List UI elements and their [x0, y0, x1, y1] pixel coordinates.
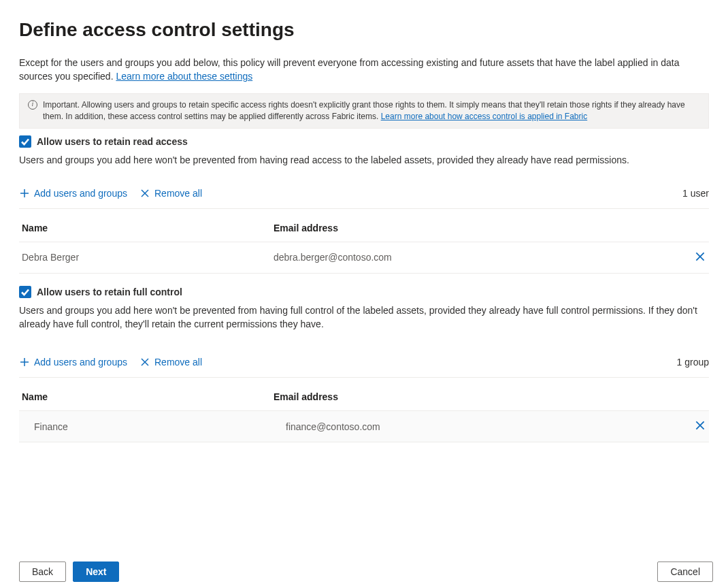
cancel-button[interactable]: Cancel [657, 561, 713, 582]
close-icon [139, 357, 150, 368]
close-icon [694, 250, 706, 263]
read-remove-all-button[interactable]: Remove all [139, 186, 202, 200]
full-count: 1 group [677, 357, 709, 368]
read-add-users-button[interactable]: Add users and groups [19, 186, 127, 200]
plus-icon [19, 357, 30, 368]
read-row-email: debra.berger@contoso.com [274, 252, 679, 263]
info-text: Important. Allowing users and groups to … [43, 99, 700, 123]
read-row-remove-button[interactable] [694, 250, 706, 263]
full-toolbar: Add users and groups Remove all 1 group [19, 355, 709, 378]
learn-more-fabric-link[interactable]: Learn more about how access control is a… [381, 112, 588, 121]
full-row-remove-button[interactable] [694, 419, 706, 432]
footer: Back Next Cancel [19, 561, 713, 582]
plus-icon [19, 188, 30, 199]
read-add-label: Add users and groups [34, 188, 127, 199]
read-row-name: Debra Berger [22, 252, 274, 263]
full-remove-all-label: Remove all [154, 357, 202, 368]
close-icon [139, 188, 150, 199]
checkmark-icon [20, 287, 31, 297]
full-row-email: finance@contoso.com [274, 421, 679, 432]
read-access-checkbox-label: Allow users to retain read access [37, 136, 188, 147]
info-icon: i [28, 100, 37, 110]
read-col-name: Name [22, 223, 274, 233]
full-control-checkbox-label: Allow users to retain full control [37, 287, 182, 297]
close-icon [694, 419, 706, 432]
full-control-description: Users and groups you add here won't be p… [19, 304, 709, 331]
full-col-name: Name [22, 391, 274, 402]
full-row-name: Finance [22, 421, 274, 432]
info-important-label: Important. [43, 100, 80, 110]
back-button[interactable]: Back [19, 561, 66, 582]
read-remove-all-label: Remove all [154, 188, 202, 199]
read-access-description: Users and groups you add here won't be p… [19, 153, 709, 167]
read-count: 1 user [682, 188, 709, 199]
read-toolbar: Add users and groups Remove all 1 user [19, 186, 709, 209]
learn-more-settings-link[interactable]: Learn more about these settings [116, 71, 252, 82]
full-remove-all-button[interactable]: Remove all [139, 355, 202, 369]
read-col-email: Email address [274, 223, 679, 233]
read-table-row: Debra Berger debra.berger@contoso.com [19, 242, 709, 274]
full-table-row: Finance finance@contoso.com [19, 411, 709, 442]
read-access-checkbox[interactable] [19, 135, 31, 148]
full-add-users-button[interactable]: Add users and groups [19, 355, 127, 369]
full-control-checkbox[interactable] [19, 286, 31, 298]
full-table-header: Name Email address [19, 378, 709, 411]
read-access-checkbox-row: Allow users to retain read access [19, 135, 709, 148]
checkmark-icon [20, 136, 31, 147]
full-add-label: Add users and groups [34, 357, 127, 368]
read-table-header: Name Email address [19, 209, 709, 242]
page-title: Define access control settings [19, 19, 709, 41]
full-control-checkbox-row: Allow users to retain full control [19, 286, 709, 298]
next-button[interactable]: Next [73, 561, 119, 582]
intro-paragraph: Except for the users and groups you add … [19, 56, 709, 84]
info-banner: i Important. Allowing users and groups t… [19, 93, 709, 129]
info-body: Allowing users and groups to retain spec… [43, 100, 685, 121]
full-col-email: Email address [274, 391, 679, 402]
